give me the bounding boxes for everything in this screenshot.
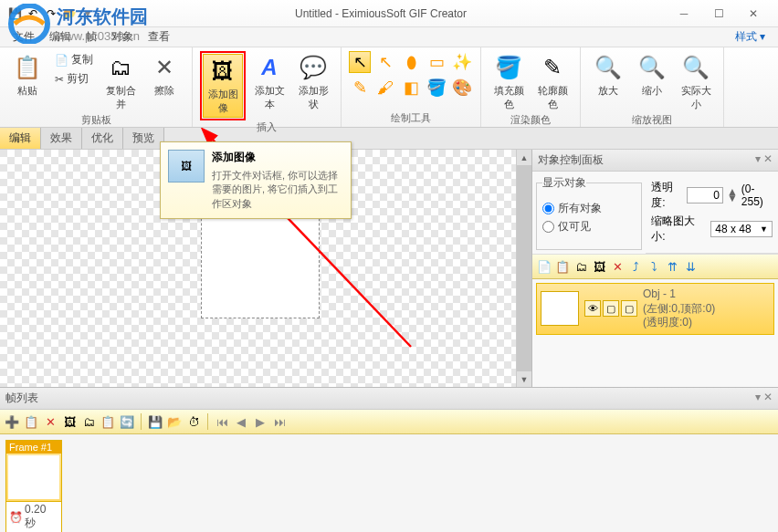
all-objects-label: 所有对象 [558, 201, 602, 216]
qat-redo-icon[interactable]: ↷ [44, 6, 58, 21]
opacity-input[interactable] [687, 187, 723, 203]
frame-dup-icon[interactable]: 📋 [23, 413, 39, 430]
frame-export-icon[interactable]: 💾 [147, 413, 163, 430]
obj-top-icon[interactable]: ⇈ [664, 258, 680, 275]
qat-open-icon[interactable]: 📂 [62, 6, 77, 21]
frame-paste-icon[interactable]: 📋 [100, 413, 116, 430]
eraser-tool[interactable]: ◧ [400, 77, 422, 99]
tab-effect[interactable]: 效果 [41, 128, 82, 149]
object-name: Obj - 1 [643, 287, 715, 302]
ribbon-group-zoom: 🔍 放大 🔍 缩小 🔍 实际大小 缩放视图 [581, 47, 724, 127]
frame-rev-icon[interactable]: 🔄 [119, 413, 135, 430]
add-image-button[interactable]: 🖼 添加图像 [203, 54, 243, 118]
add-image-tooltip: 🖼 添加图像 打开文件对话框, 你可以选择需要的图片, 将它们插入到工作区对象 [160, 141, 352, 219]
scroll-down-icon[interactable]: ▼ [517, 371, 531, 387]
radio-all-objects[interactable]: 所有对象 [542, 201, 636, 216]
frame-back-icon[interactable]: ◀ [233, 413, 249, 430]
bucket-tool[interactable]: 🪣 [426, 77, 447, 99]
ribbon-group-insert: 🖼 添加图像 A 添加文本 💬 添加形状 插入 [193, 47, 342, 127]
wand-tool[interactable]: ✨ [451, 51, 473, 73]
obj-bottom-icon[interactable]: ⇊ [682, 258, 699, 275]
outline-color-button[interactable]: ✎ 轮廓颜色 [532, 51, 573, 113]
obj-up-icon[interactable]: ⤴ [627, 258, 644, 275]
obj-delete-icon[interactable]: ✕ [609, 258, 626, 275]
pointer-tool[interactable]: ↖ [349, 51, 371, 73]
paste-icon: 📋 [13, 53, 42, 82]
cut-button[interactable]: ✂剪切 [51, 70, 97, 88]
scroll-up-icon[interactable]: ▲ [517, 150, 531, 165]
tab-edit[interactable]: 编辑 [0, 128, 41, 149]
zoom-in-button[interactable]: 🔍 放大 [588, 51, 628, 99]
add-shape-button[interactable]: 💬 添加形状 [293, 51, 333, 113]
radio-only-visible[interactable]: 仅可见 [542, 219, 636, 235]
ribbon-group-color: 🪣 填充颜色 ✎ 轮廓颜色 渲染颜色 [481, 47, 581, 127]
obj-copy-icon[interactable]: 📋 [554, 258, 571, 275]
copy-button[interactable]: 📄复制 [51, 51, 97, 68]
obj-img-icon[interactable]: 🖼 [591, 258, 607, 275]
frame-last-icon[interactable]: ⏭ [271, 413, 288, 430]
thumb-size-combo[interactable]: 48 x 48▼ [710, 221, 773, 237]
lasso-tool[interactable]: ⬮ [400, 51, 422, 73]
menu-object[interactable]: 对象 [104, 27, 141, 47]
canvas-scrollbar-v[interactable]: ▲ ▼ [516, 150, 531, 387]
outline-color-label: 轮廓颜色 [534, 84, 571, 111]
frame-prev-icon[interactable]: 🖼 [61, 413, 78, 430]
qat-undo-icon[interactable]: ↶ [26, 6, 40, 21]
menu-view[interactable]: 查看 [141, 27, 177, 47]
frame-del-icon[interactable]: ✕ [42, 413, 58, 430]
qat-dropdown-icon[interactable]: ▾ [80, 6, 95, 21]
tab-optimize[interactable]: 优化 [82, 128, 123, 149]
close-button[interactable]: ✕ [740, 5, 767, 23]
object-control-panel: 对象控制面板 ▾ ✕ 显示对象 所有对象 仅可见 透明度: ▲▼ (0-255)… [531, 150, 778, 387]
panel-collapse-icon[interactable]: ▾ ✕ [755, 152, 773, 168]
paste-button[interactable]: 📋 粘贴 [7, 51, 47, 99]
add-text-button[interactable]: A 添加文本 [249, 51, 289, 113]
add-shape-icon: 💬 [299, 53, 328, 82]
frame-time: 0.20 秒 [25, 503, 58, 531]
menu-frame[interactable]: 帧 [79, 27, 104, 47]
frame-add-icon[interactable]: ➕ [4, 413, 20, 430]
frame-panel: 帧列表 ▾ ✕ ➕ 📋 ✕ 🖼 🗂 📋 🔄 💾 📂 ⏱ ⏮ ◀ ▶ ⏭ Fram… [0, 387, 778, 532]
frame-item[interactable]: Frame #1 ⏰0.20 秒 [5, 440, 62, 532]
select-rect-tool[interactable]: ▭ [426, 51, 447, 73]
palette-tool[interactable]: 🎨 [451, 77, 473, 99]
ribbon-group-clipboard: 📋 粘贴 📄复制 ✂剪切 🗂 复制合并 ✕ 擦除 剪贴板 [0, 47, 193, 127]
editor-tabs: 编辑 效果 优化 预览 [0, 128, 778, 150]
object-list-item[interactable]: 👁 ▢ ▢ Obj - 1 (左侧:0,顶部:0) (透明度:0) [536, 283, 774, 335]
pencil-tool[interactable]: ✎ [349, 77, 371, 99]
spin-down-icon[interactable]: ▼ [727, 195, 738, 202]
qat-save-icon[interactable]: 💾 [7, 6, 22, 21]
frame-import-icon[interactable]: 📂 [166, 413, 183, 430]
frame-first-icon[interactable]: ⏮ [214, 413, 230, 430]
frame-thumbnail [8, 455, 59, 499]
merge-button[interactable]: 🗂 复制合并 [100, 51, 141, 113]
add-image-highlight: 🖼 添加图像 [200, 51, 246, 120]
fill-color-button[interactable]: 🪣 填充颜色 [489, 51, 529, 113]
frame-panel-collapse-icon[interactable]: ▾ ✕ [755, 391, 773, 406]
frame-fwd-icon[interactable]: ▶ [252, 413, 268, 430]
menu-edit[interactable]: 编辑 [42, 27, 79, 47]
clear-label: 擦除 [154, 84, 174, 98]
brush-tool[interactable]: 🖌 [374, 77, 396, 99]
obj-dup-icon[interactable]: 🗂 [573, 258, 589, 275]
frame-copy-icon[interactable]: 🗂 [80, 413, 97, 430]
actual-size-button[interactable]: 🔍 实际大小 [676, 51, 716, 113]
menu-file[interactable]: 文件 [5, 27, 42, 47]
lock-icon[interactable]: ▢ [603, 300, 619, 317]
move-tool[interactable]: ↖ [374, 51, 396, 73]
fill-color-label: 填充颜色 [490, 84, 527, 111]
frame-name: Frame #1 [6, 441, 61, 454]
minimize-button[interactable]: ─ [670, 5, 698, 23]
obj-down-icon[interactable]: ⤵ [646, 258, 662, 275]
link-icon[interactable]: ▢ [621, 300, 637, 317]
zoom-out-button[interactable]: 🔍 缩小 [632, 51, 672, 99]
visibility-icon[interactable]: 👁 [584, 300, 601, 317]
tab-preview[interactable]: 预览 [123, 128, 164, 149]
frame-time-icon[interactable]: ⏱ [185, 413, 202, 430]
thumb-size-value: 48 x 48 [715, 223, 751, 235]
obj-new-icon[interactable]: 📄 [536, 258, 552, 275]
maximize-button[interactable]: ☐ [705, 5, 732, 23]
clear-button[interactable]: ✕ 擦除 [144, 51, 184, 99]
menu-style[interactable]: 样式 ▾ [728, 27, 773, 47]
add-text-label: 添加文本 [251, 84, 288, 111]
